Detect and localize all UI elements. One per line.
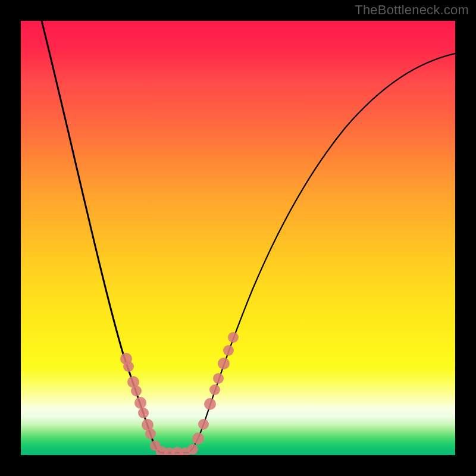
curves-svg [21, 21, 455, 455]
data-point [192, 433, 204, 444]
data-point [218, 358, 230, 369]
chart-frame: TheBottleneck.com [0, 0, 476, 476]
data-point [198, 419, 209, 430]
marker-group [120, 332, 239, 455]
data-point [213, 373, 224, 384]
data-point [209, 384, 220, 395]
data-point [138, 408, 149, 418]
data-point [187, 444, 198, 455]
watermark-text: TheBottleneck.com [355, 2, 469, 18]
data-point [145, 428, 156, 439]
data-point [134, 397, 146, 409]
left-curve [42, 21, 176, 453]
data-point [204, 398, 216, 410]
plot-area [21, 21, 455, 455]
data-point [228, 332, 239, 343]
data-point [123, 361, 134, 372]
data-point [131, 386, 142, 396]
data-point [223, 345, 234, 356]
